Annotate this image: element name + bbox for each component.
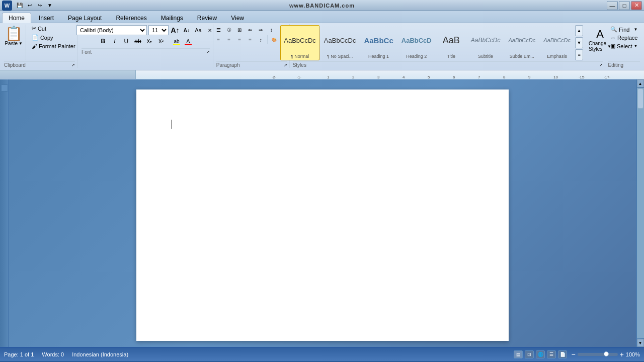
cut-label: Cut (38, 26, 46, 32)
minimize-button[interactable]: — (607, 1, 618, 10)
styles-expand-btn[interactable]: ↗ (599, 63, 603, 67)
highlight-button[interactable]: ab (172, 36, 182, 46)
tab-references[interactable]: References (109, 13, 153, 23)
numbering-button[interactable]: ① (224, 25, 234, 34)
style-subtle-em-preview: AaBbCcDc (508, 27, 535, 54)
tab-insert[interactable]: Insert (32, 13, 60, 23)
replace-button[interactable]: ↔ Replace (607, 34, 641, 42)
style-emphasis-preview: AaBbCcDc (543, 27, 571, 54)
styles-expand[interactable]: ≡ (575, 49, 583, 60)
scroll-up-button[interactable]: ▲ (637, 79, 644, 87)
bullets-button[interactable]: ☰ (213, 25, 223, 34)
sidebar-nav-btn[interactable] (1, 84, 8, 92)
font-family-select[interactable]: Calibri (Body) (76, 25, 147, 35)
style-no-spacing-preview: AaBbCcDc (324, 27, 356, 54)
multilevel-button[interactable]: ⊞ (234, 25, 245, 34)
zoom-plus[interactable]: + (620, 350, 624, 358)
styles-scroll-up[interactable]: ▲ (575, 25, 583, 36)
underline-button[interactable]: U (121, 36, 131, 46)
document-area[interactable] (9, 79, 636, 347)
paste-icon: 📋 (5, 27, 23, 41)
subscript-button[interactable]: X₂ (144, 36, 154, 46)
outline-btn[interactable]: ☰ (547, 350, 556, 358)
ruler-ticks: ·2· ·1· 1 2 3 4 5 6 7 8 9 10 ·15· ·17· (272, 70, 644, 79)
select-button[interactable]: ▣ Select ▼ (607, 42, 641, 50)
font-expand[interactable]: ↗ (206, 50, 210, 54)
tab-home[interactable]: Home (2, 13, 31, 23)
clipboard-expand[interactable]: ↗ (71, 63, 75, 67)
align-right-button[interactable]: ≡ (234, 35, 245, 44)
save-button[interactable]: 💾 (15, 1, 24, 10)
line-spacing-button[interactable]: ↕ (256, 35, 266, 44)
zoom-slider-thumb[interactable] (604, 351, 609, 356)
style-title[interactable]: AaB Title (436, 25, 466, 60)
style-emphasis[interactable]: AaBbCcDc Emphasis (540, 25, 574, 60)
copy-button[interactable]: 📄 Copy (29, 33, 78, 42)
style-heading2[interactable]: AaBbCcD Heading 2 (398, 25, 435, 60)
close-button[interactable]: ✕ (631, 1, 642, 10)
paste-button[interactable]: 📋 Paste ▼ (1, 24, 26, 60)
style-heading1-label: Heading 1 (368, 54, 389, 59)
superscript-button[interactable]: X² (156, 36, 166, 46)
paragraph-label: Paragraph (216, 62, 240, 68)
styles-scroll-down[interactable]: ▼ (575, 37, 583, 48)
change-case-button[interactable]: Aa (193, 25, 203, 35)
bold-button[interactable]: B (98, 36, 108, 46)
scroll-track[interactable] (637, 88, 644, 338)
redo-button[interactable]: ↪ (35, 1, 44, 10)
tab-review[interactable]: Review (191, 13, 223, 23)
format-painter-icon: 🖌 (32, 43, 37, 49)
font-color-button[interactable]: A (183, 36, 193, 46)
font-size-select[interactable]: 11 (148, 25, 169, 35)
paragraph-group: ☰ ① ⊞ ⇐ ⇒ ↕ ¶ ≡ ≡ ≡ ≡ ↕ 🎨 ⊞ (214, 24, 290, 68)
styles-scroll: ▲ ▼ ≡ (575, 25, 583, 60)
quick-toolbar: 💾 ↩ ↪ ▼ (14, 1, 55, 10)
style-heading1[interactable]: AaBbCc Heading 1 (360, 25, 396, 60)
select-chevron: ▼ (634, 44, 638, 48)
styles-group-label-row: Styles ↗ (293, 61, 603, 68)
undo-button[interactable]: ↩ (25, 1, 34, 10)
web-layout-btn[interactable]: 🌐 (536, 350, 545, 358)
style-normal[interactable]: AaBbCcDc ¶ Normal (280, 25, 319, 60)
language: Indonesian (Indonesia) (72, 351, 128, 357)
scroll-down-button[interactable]: ▼ (637, 339, 644, 347)
tab-mailings[interactable]: Mailings (154, 13, 190, 23)
align-left-button[interactable]: ≡ (213, 35, 223, 44)
paragraph-expand[interactable]: ↗ (284, 63, 287, 67)
justify-button[interactable]: ≡ (245, 35, 255, 44)
shading-button[interactable]: 🎨 (269, 35, 279, 44)
tab-page-layout[interactable]: Page Layout (61, 13, 108, 23)
format-painter-button[interactable]: 🖌 Format Painter (29, 42, 78, 50)
tab-view[interactable]: View (224, 13, 251, 23)
print-layout-btn[interactable]: ▤ (514, 350, 523, 358)
full-screen-btn[interactable]: ⊡ (525, 350, 534, 358)
shrink-font-button[interactable]: A↓ (182, 25, 192, 35)
style-subtle-em[interactable]: AaBbCcDc Subtle Em... (505, 25, 539, 60)
find-button[interactable]: 🔍 Find ▼ (607, 25, 641, 34)
decrease-indent-button[interactable]: ⇐ (245, 25, 255, 34)
italic-button[interactable]: I (110, 36, 120, 46)
grow-font-button[interactable]: A↑ (170, 25, 180, 35)
maximize-button[interactable]: □ (619, 1, 630, 10)
style-subtitle[interactable]: AaBbCcDc Subtitle (467, 25, 504, 60)
increase-indent-button[interactable]: ⇒ (256, 25, 266, 34)
sort-button[interactable]: ↕ (266, 25, 276, 34)
customize-button[interactable]: ▼ (45, 1, 54, 10)
style-no-spacing[interactable]: AaBbCcDc ¶ No Spaci... (320, 25, 360, 60)
copy-label: Copy (40, 35, 53, 41)
select-icon: ▣ (610, 43, 615, 49)
zoom-track[interactable] (578, 353, 618, 356)
format-painter-label: Format Painter (39, 43, 75, 49)
align-center-button[interactable]: ≡ (224, 35, 234, 44)
clipboard-commands: ✂ Cut 📄 Copy 🖌 Format Painter (29, 24, 78, 60)
zoom-minus[interactable]: − (571, 350, 575, 358)
app-icon: PasteW (2, 1, 12, 11)
style-heading2-preview: AaBbCcD (401, 27, 432, 54)
cut-button[interactable]: ✂ Cut (29, 24, 78, 33)
draft-btn[interactable]: 📄 (558, 350, 567, 358)
document[interactable] (136, 89, 509, 341)
scroll-thumb[interactable] (637, 88, 643, 109)
ribbon: Home Insert Page Layout References Maili… (0, 11, 644, 70)
strikethrough-button[interactable]: ab (133, 36, 143, 46)
window-controls: — □ ✕ (607, 1, 642, 10)
